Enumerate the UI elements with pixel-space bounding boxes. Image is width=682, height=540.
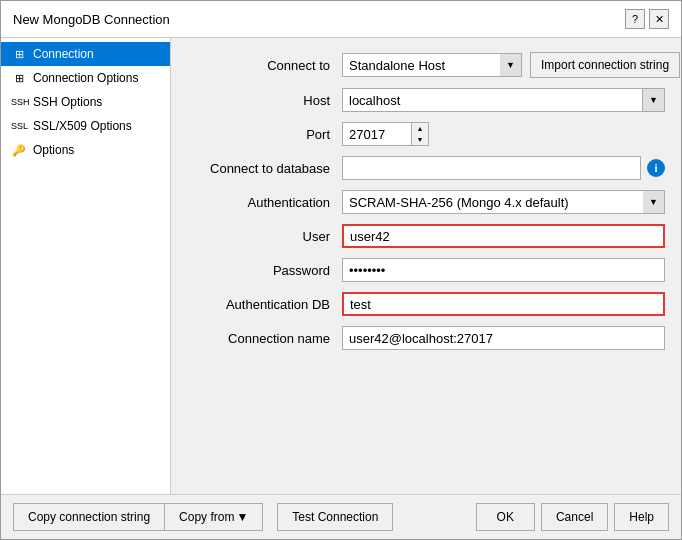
sidebar-item-connection[interactable]: ⊞ Connection [1, 42, 170, 66]
host-field: ▼ [342, 88, 665, 112]
connect-db-label: Connect to database [187, 161, 342, 176]
help-button[interactable]: Help [614, 503, 669, 531]
copy-from-arrow-icon: ▼ [236, 510, 248, 524]
authentication-row: Authentication SCRAM-SHA-256 (Mongo 4.x … [187, 190, 665, 214]
auth-db-row: Authentication DB [187, 292, 665, 316]
sidebar: ⊞ Connection ⊞ Connection Options SSH SS… [1, 38, 171, 494]
test-connection-button[interactable]: Test Connection [277, 503, 393, 531]
connection-icon: ⊞ [11, 48, 27, 61]
dialog-body: ⊞ Connection ⊞ Connection Options SSH SS… [1, 38, 681, 494]
host-row: Host ▼ [187, 88, 665, 112]
close-button[interactable]: ✕ [649, 9, 669, 29]
connect-db-row: Connect to database i [187, 156, 665, 180]
dialog: New MongoDB Connection ? ✕ ⊞ Connection … [0, 0, 682, 540]
ok-button[interactable]: OK [476, 503, 535, 531]
authentication-select-wrapper: SCRAM-SHA-256 (Mongo 4.x default) SCRAM-… [342, 190, 665, 214]
sidebar-item-options[interactable]: 🔑 Options [1, 138, 170, 162]
options-icon: 🔑 [11, 144, 27, 157]
import-connection-string-button[interactable]: Import connection string [530, 52, 680, 78]
sidebar-item-ssh-options[interactable]: SSH SSH Options [1, 90, 170, 114]
sidebar-item-connection-options[interactable]: ⊞ Connection Options [1, 66, 170, 90]
info-icon[interactable]: i [647, 159, 665, 177]
connect-to-row: Connect to Standalone Host Replica Set M… [187, 52, 665, 78]
host-input[interactable] [342, 88, 643, 112]
connection-name-field [342, 326, 665, 350]
user-input[interactable] [342, 224, 665, 248]
port-decrement-button[interactable]: ▼ [412, 134, 428, 145]
connect-db-input[interactable] [342, 156, 641, 180]
connect-to-label: Connect to [187, 58, 342, 73]
sidebar-label-options: Options [33, 143, 74, 157]
connection-name-label: Connection name [187, 331, 342, 346]
host-label: Host [187, 93, 342, 108]
port-input[interactable] [342, 122, 412, 146]
dialog-title: New MongoDB Connection [13, 12, 170, 27]
port-input-wrapper: ▲ ▼ [342, 122, 429, 146]
host-input-wrapper: ▼ [342, 88, 665, 112]
sidebar-item-ssl-options[interactable]: SSL SSL/X509 Options [1, 114, 170, 138]
connection-name-row: Connection name [187, 326, 665, 350]
port-label: Port [187, 127, 342, 142]
connect-to-select[interactable]: Standalone Host Replica Set MongoDB Atla… [342, 53, 522, 77]
sidebar-label-connection-options: Connection Options [33, 71, 138, 85]
auth-db-field [342, 292, 665, 316]
main-content: Connect to Standalone Host Replica Set M… [171, 38, 681, 494]
dialog-footer: Copy connection string Copy from ▼ Test … [1, 494, 681, 539]
copy-connection-string-button[interactable]: Copy connection string [13, 503, 164, 531]
auth-db-label: Authentication DB [187, 297, 342, 312]
footer-right: OK Cancel Help [476, 503, 669, 531]
authentication-label: Authentication [187, 195, 342, 210]
password-label: Password [187, 263, 342, 278]
ssl-icon: SSL [11, 121, 27, 131]
connect-db-field: i [342, 156, 665, 180]
sidebar-label-ssh-options: SSH Options [33, 95, 102, 109]
ssh-icon: SSH [11, 97, 27, 107]
title-bar-controls: ? ✕ [625, 9, 669, 29]
port-increment-button[interactable]: ▲ [412, 123, 428, 134]
user-field [342, 224, 665, 248]
auth-db-input[interactable] [342, 292, 665, 316]
connection-options-icon: ⊞ [11, 72, 27, 85]
sidebar-label-ssl-options: SSL/X509 Options [33, 119, 132, 133]
host-dropdown-icon[interactable]: ▼ [643, 88, 665, 112]
copy-from-button[interactable]: Copy from ▼ [164, 503, 263, 531]
password-row: Password [187, 258, 665, 282]
password-input[interactable] [342, 258, 665, 282]
connect-to-select-wrapper: Standalone Host Replica Set MongoDB Atla… [342, 53, 522, 77]
cancel-button[interactable]: Cancel [541, 503, 608, 531]
footer-left: Copy connection string Copy from ▼ [13, 503, 263, 531]
password-field [342, 258, 665, 282]
user-label: User [187, 229, 342, 244]
authentication-select[interactable]: SCRAM-SHA-256 (Mongo 4.x default) SCRAM-… [342, 190, 665, 214]
connect-to-field: Standalone Host Replica Set MongoDB Atla… [342, 52, 680, 78]
port-row: Port ▲ ▼ [187, 122, 665, 146]
connection-name-input[interactable] [342, 326, 665, 350]
title-bar: New MongoDB Connection ? ✕ [1, 1, 681, 38]
port-field: ▲ ▼ [342, 122, 665, 146]
port-spinner: ▲ ▼ [412, 122, 429, 146]
copy-from-label: Copy from [179, 510, 234, 524]
user-row: User [187, 224, 665, 248]
sidebar-label-connection: Connection [33, 47, 94, 61]
help-title-button[interactable]: ? [625, 9, 645, 29]
authentication-field: SCRAM-SHA-256 (Mongo 4.x default) SCRAM-… [342, 190, 665, 214]
